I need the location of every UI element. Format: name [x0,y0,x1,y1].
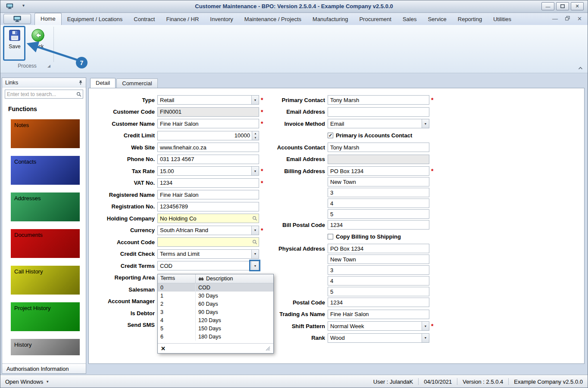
email-address-field[interactable] [328,155,429,164]
ribbon-tab-contract[interactable]: Contract [128,14,160,25]
maximize-button[interactable] [556,2,569,10]
credit-check-field[interactable]: Terms and Limit▼ [157,249,259,259]
search-icon[interactable] [75,92,83,97]
save-button[interactable]: Save [4,28,25,50]
function-history[interactable]: History [11,339,80,355]
accounts-contact-field[interactable]: Tony Marsh [328,143,429,152]
terms-option-90-days[interactable]: 390 Days [158,308,273,316]
physical-address-field[interactable]: PO Box 1234 [328,244,429,253]
resize-grip[interactable] [265,346,270,351]
primary-is-accounts-contact-checkbox[interactable]: ✓ [328,133,333,138]
address-line-field[interactable]: New Town [328,177,429,186]
clear-filter-button[interactable]: ✕ [161,345,166,352]
ribbon-tab-procurement[interactable]: Procurement [353,14,397,25]
field-value: Wood [328,335,422,341]
terms-column-header[interactable]: Terms [158,274,196,283]
vat-no-field[interactable]: 1234 [157,178,259,188]
holding-company-field[interactable]: No Holding Co [157,214,259,223]
bill-postal-code-field[interactable]: 1234 [328,220,429,230]
open-windows-button[interactable]: Open Windows ▼ [5,379,49,385]
terms-option-180-days[interactable]: 6180 Days [158,332,273,341]
form-row: ✓Primary is Accounts Contact [247,131,433,140]
function-contacts[interactable]: Contacts [11,156,80,185]
dropdown-button[interactable]: ▼ [422,322,429,330]
form-row: Email Address [247,155,433,164]
address-line-field[interactable]: 4 [328,199,429,208]
document-restore-icon[interactable] [565,16,570,22]
copy-billing-to-shipping-checkbox[interactable] [328,234,333,239]
invoice-method-field[interactable]: Email▼ [328,119,429,128]
tab-detail[interactable]: Detail [90,78,116,88]
application-menu-button[interactable] [3,14,31,24]
address-line-field[interactable]: 5 [328,287,429,296]
ribbon-tab-manufacturing[interactable]: Manufacturing [307,14,353,25]
registration-no-field[interactable]: 123456789 [157,202,259,211]
document-minimize-icon[interactable]: — [552,16,558,22]
customer-code-field[interactable]: FIN0001 [157,107,259,117]
group-dialog-launcher-icon[interactable]: ◢ [47,64,50,68]
dropdown-button[interactable]: ▼ [422,119,429,128]
credit-limit-field[interactable]: 10000▲▼ [157,131,259,140]
ribbon-tab-maintenance-projects[interactable]: Maintenance / Projects [239,14,307,25]
function-addresses[interactable]: Addresses [11,192,80,221]
status-item: 04/10/2021 [424,379,452,385]
status-separator [508,378,509,385]
collapse-ribbon-icon[interactable] [578,65,583,71]
function-documents[interactable]: Documents [11,229,80,258]
ribbon-tab-reporting[interactable]: Reporting [452,14,488,25]
registered-name-field[interactable]: Fine Hair Salon [157,190,259,199]
postal-code-field[interactable]: 1234 [328,298,429,307]
pin-icon[interactable] [78,80,83,85]
document-close-icon[interactable]: ✕ [577,16,582,22]
field-value: 3 [328,189,429,196]
ribbon-tab-inventory[interactable]: Inventory [204,14,238,25]
shift-pattern-field[interactable]: Normal Week▼ [328,321,429,331]
ribbon-tab-service[interactable]: Service [422,14,452,25]
account-code-field[interactable] [157,237,259,247]
dropdown-button[interactable]: ▼ [422,334,429,342]
function-project-history[interactable]: Project History [11,302,80,331]
trading-as-name-field[interactable]: Fine Hair Salon [328,310,429,319]
back-button[interactable]: Back [28,28,48,50]
ribbon-tab-utilities[interactable]: Utilities [488,14,517,25]
functions-heading: Functions [8,106,86,112]
ribbon-tab-sales[interactable]: Sales [397,14,422,25]
terms-option-cod[interactable]: 0COD [158,283,273,292]
primary-contact-field[interactable]: Tony Marsh [328,95,429,105]
tab-commercial[interactable]: Commercial [116,78,157,88]
close-button[interactable]: ✕ [571,2,584,10]
address-line-field[interactable]: 3 [328,188,429,197]
tax-rate-field[interactable]: 15.00▼ [157,166,259,176]
function-call-history[interactable]: Call History [11,266,80,295]
billing-address-field[interactable]: PO Box 1234 [328,166,429,176]
field-value: 5 [328,211,429,217]
address-line-field[interactable]: New Town [328,255,429,264]
terms-option-30-days[interactable]: 130 Days [158,292,273,300]
currency-field[interactable]: South African Rand▼ [157,226,259,235]
terms-option-60-days[interactable]: 260 Days [158,300,273,308]
phone-no-field[interactable]: 031 123 4567 [157,155,259,164]
minimize-button[interactable]: — [541,2,554,10]
ribbon-tab-equipment-locations[interactable]: Equipment / Locations [62,14,128,25]
credit-terms-field[interactable]: COD▼ [157,261,259,270]
document-tab-bar: DetailCommercial [88,78,585,88]
form-row: 3 [247,188,433,197]
web-site-field[interactable]: www.finehair.co.za [157,143,259,152]
search-input[interactable] [5,91,75,97]
address-line-field[interactable]: 5 [328,209,429,219]
customer-name-field[interactable]: Fine Hair Salon [157,119,259,128]
function-notes[interactable]: Notes [11,119,80,148]
terms-option-120-days[interactable]: 4120 Days [158,316,273,324]
terms-option-150-days[interactable]: 5150 Days [158,324,273,332]
email-address-field[interactable] [328,107,429,117]
rank-field[interactable]: Wood▼ [328,333,429,343]
ribbon-tab-home[interactable]: Home [34,13,62,25]
ribbon-tab-finance-hr[interactable]: Finance / HR [160,14,204,25]
description-column-header[interactable]: Description [196,274,273,283]
address-line-field[interactable]: 3 [328,265,429,275]
authorisation-information-tab[interactable]: Authorisation Information [2,363,86,373]
type-field[interactable]: Retail▼ [157,95,259,105]
window-title: Customer Maintenance - BPO: Version 2.5.… [0,3,588,9]
form-row: Credit TermsCOD▼ [91,261,263,270]
address-line-field[interactable]: 4 [328,276,429,286]
